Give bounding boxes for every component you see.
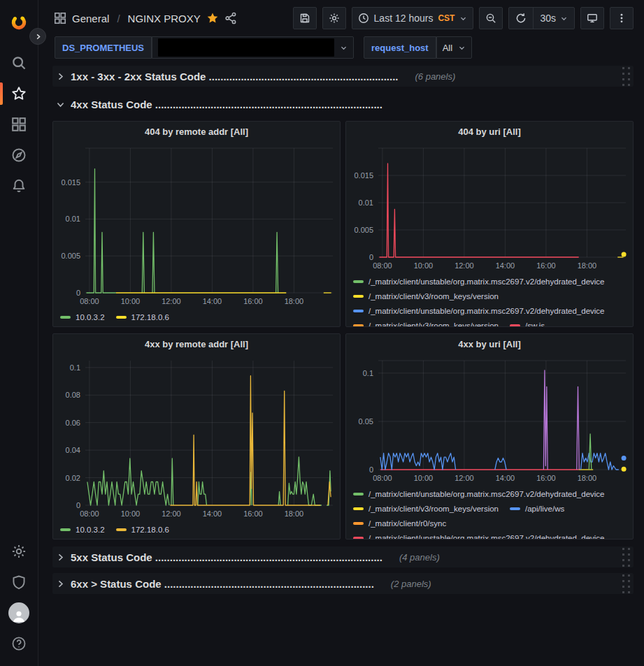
row-panel-count: (4 panels) — [399, 552, 440, 563]
panel-title[interactable]: 4xx by remote addr [All] — [53, 334, 340, 355]
panel-legend: /_matrix/client/unstable/org.matrix.msc2… — [346, 273, 633, 326]
sidebar-item-profile[interactable] — [0, 598, 38, 628]
monitor-icon — [587, 13, 598, 24]
legend-series-label: /_matrix/client/r0/sync — [368, 519, 446, 528]
redacted-value — [158, 38, 334, 57]
legend-item[interactable]: /_matrix/client/unstable/org.matrix.msc2… — [353, 274, 605, 289]
row-drag-handle[interactable] — [622, 574, 631, 593]
favorite-star-icon[interactable] — [206, 12, 219, 24]
svg-text:0.05: 0.05 — [359, 417, 373, 426]
svg-text:18:00: 18:00 — [285, 509, 304, 518]
row-4xx[interactable]: 4xx Status Code ........................… — [52, 94, 634, 115]
row-title: 1xx - 3xx - 2xx Status Code ............… — [71, 71, 398, 82]
request-host-select[interactable]: All — [436, 36, 472, 59]
breadcrumb: General / NGINX PROXY — [72, 13, 201, 24]
panel-4xx-by-remote-addr: 4xx by remote addr [All] 08:0010:0012:00… — [52, 333, 341, 540]
legend-item[interactable]: /api/live/ws — [510, 501, 564, 516]
svg-text:16:00: 16:00 — [243, 509, 263, 518]
sidebar-item-server-admin[interactable] — [0, 567, 38, 598]
ds-prometheus-select[interactable] — [152, 36, 354, 59]
row-5xx[interactable]: 5xx Status Code ........................… — [52, 546, 634, 567]
zoom-out-button[interactable] — [479, 7, 503, 29]
refresh-interval-dropdown[interactable]: 30s — [533, 8, 574, 29]
sidebar-item-dashboards[interactable] — [0, 109, 38, 140]
sidebar-item-search[interactable] — [0, 48, 38, 78]
panel-title[interactable]: 4xx by uri [All] — [346, 334, 633, 355]
svg-text:0.08: 0.08 — [66, 391, 80, 399]
row-title: 5xx Status Code ........................… — [71, 551, 382, 563]
row-6xx[interactable]: 6xx > Status Code ......................… — [52, 573, 634, 594]
panel-404-by-uri: 404 by uri [All] 08:0010:0012:0014:0016:… — [345, 121, 634, 327]
var-label-request-host[interactable]: request_host — [364, 36, 436, 59]
dashboard-title[interactable]: NGINX PROXY — [128, 13, 201, 24]
svg-text:08:00: 08:00 — [373, 261, 392, 270]
legend-item[interactable]: 10.0.3.2 — [60, 310, 105, 324]
legend-series-swatch — [116, 316, 127, 319]
request-host-value: All — [443, 43, 452, 53]
row-1xx-3xx-2xx[interactable]: 1xx - 3xx - 2xx Status Code ............… — [52, 66, 634, 87]
legend-series-swatch — [353, 280, 364, 283]
legend-item[interactable]: /_matrix/client/unstable/org.matrix.msc2… — [353, 486, 605, 501]
time-series-chart[interactable]: 08:0010:0012:0014:0016:0018:0000.0050.01… — [53, 143, 340, 308]
svg-text:08:00: 08:00 — [80, 297, 99, 305]
row-drag-handle[interactable] — [622, 67, 631, 86]
sidebar-item-starred[interactable] — [0, 78, 38, 109]
panel-grid: 404 by remote addr [All] 08:0010:0012:00… — [52, 121, 634, 540]
legend-item[interactable]: 10.0.3.2 — [60, 522, 105, 537]
sidebar-item-alerting[interactable] — [0, 171, 38, 201]
panel-legend: /_matrix/client/unstable/org.matrix.msc2… — [346, 485, 633, 539]
legend-item[interactable]: /_matrix/client/r0/sync — [353, 516, 446, 530]
chevron-down-icon — [458, 44, 466, 52]
compass-icon — [11, 147, 27, 163]
legend-item[interactable]: /_matrix/client/unstable/org.matrix.msc2… — [353, 303, 605, 318]
legend-item[interactable]: /sw.js — [510, 318, 545, 326]
panel-title[interactable]: 404 by remote addr [All] — [53, 122, 340, 143]
panel-legend: 10.0.3.2172.18.0.6 — [53, 308, 340, 326]
svg-text:0.005: 0.005 — [61, 252, 80, 260]
expand-sidebar-button[interactable] — [29, 28, 46, 45]
legend-item[interactable]: 172.18.0.6 — [116, 310, 169, 324]
legend-item[interactable]: /_matrix/client/unstable/org.matrix.msc2… — [353, 530, 605, 539]
svg-text:12:00: 12:00 — [455, 474, 474, 482]
legend-item[interactable]: /_matrix/client/v3/room_keys/version — [353, 318, 499, 326]
legend-series-swatch — [510, 507, 520, 510]
share-icon[interactable] — [224, 12, 237, 24]
chevron-right-icon — [56, 72, 65, 81]
dashboard-canvas: 1xx - 3xx - 2xx Status Code ............… — [38, 64, 644, 666]
svg-text:10:00: 10:00 — [121, 509, 141, 518]
row-panel-count: (2 panels) — [391, 579, 431, 589]
svg-text:0.01: 0.01 — [66, 215, 80, 223]
time-series-chart[interactable]: 08:0010:0012:0014:0016:0018:0000.020.040… — [53, 355, 340, 521]
legend-series-swatch — [60, 528, 71, 531]
legend-series-label: 172.18.0.6 — [131, 313, 169, 321]
timezone-badge: CST — [438, 13, 455, 23]
kebab-menu-button[interactable] — [610, 7, 634, 29]
legend-item[interactable]: /_matrix/client/v3/room_keys/version — [353, 501, 499, 516]
sidebar-item-configuration[interactable] — [0, 536, 38, 567]
sidebar — [0, 0, 38, 666]
svg-text:0.015: 0.015 — [354, 171, 373, 180]
sidebar-item-help[interactable] — [0, 628, 38, 659]
legend-series-label: 172.18.0.6 — [131, 526, 169, 534]
time-range-picker[interactable]: Last 12 hours CST — [352, 7, 474, 29]
tv-view-button[interactable] — [580, 7, 604, 29]
panel-title[interactable]: 404 by uri [All] — [346, 122, 633, 143]
dashboard-settings-button[interactable] — [322, 7, 346, 29]
refresh-interval-value: 30s — [540, 13, 556, 24]
var-label-ds-prometheus[interactable]: DS_PROMETHEUS — [55, 36, 152, 59]
time-series-chart[interactable]: 08:0010:0012:0014:0016:0018:0000.050.1 — [346, 355, 633, 485]
svg-text:14:00: 14:00 — [496, 261, 515, 270]
sidebar-item-explore[interactable] — [0, 140, 38, 171]
svg-text:16:00: 16:00 — [536, 474, 556, 482]
refresh-button[interactable] — [509, 8, 533, 29]
legend-series-swatch — [353, 507, 364, 510]
save-dashboard-button[interactable] — [293, 7, 317, 29]
breadcrumb-folder[interactable]: General — [72, 13, 109, 24]
legend-item[interactable]: /_matrix/client/v3/room_keys/version — [353, 289, 499, 303]
legend-series-swatch — [353, 295, 364, 298]
time-series-chart[interactable]: 08:0010:0012:0014:0016:0018:0000.0050.01… — [346, 143, 633, 273]
svg-text:08:00: 08:00 — [80, 509, 99, 518]
legend-series-swatch — [353, 537, 364, 540]
row-drag-handle[interactable] — [622, 548, 631, 567]
legend-item[interactable]: 172.18.0.6 — [116, 522, 169, 537]
